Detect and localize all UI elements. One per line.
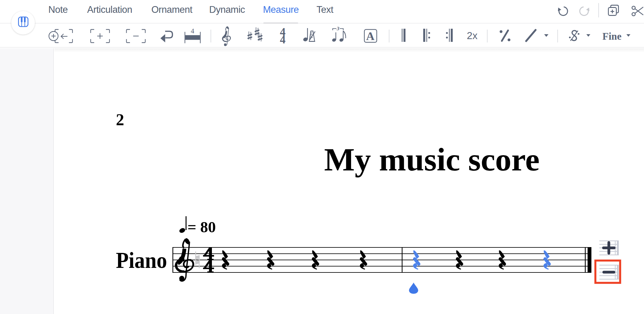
svg-text:2x: 2x bbox=[467, 30, 478, 41]
svg-text:3: 3 bbox=[336, 26, 339, 31]
svg-text:4: 4 bbox=[191, 27, 194, 35]
svg-text:4: 4 bbox=[280, 33, 286, 46]
svg-text:Fine: Fine bbox=[602, 31, 621, 42]
svg-text:A: A bbox=[366, 30, 375, 42]
